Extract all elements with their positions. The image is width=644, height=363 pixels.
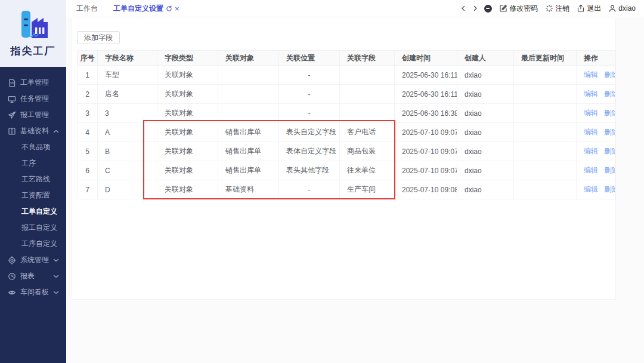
table-cell-actions: 编辑删除 (577, 66, 615, 85)
sidebar-item-label: 任务管理 (20, 94, 49, 104)
sidebar-subitem[interactable]: 报工自定义 (0, 220, 66, 236)
sidebar-item-label: 工单管理 (20, 78, 49, 88)
sidebar-subitem-label: 工序自定义 (21, 239, 57, 249)
sidebar-item-label: 车间看板 (20, 287, 49, 297)
sidebar-item[interactable]: 工单管理 (0, 75, 66, 91)
sidebar-menu: 工单管理任务管理报工管理基础资料不良品项工序工艺路线工资配置工单自定义报工自定义… (0, 67, 66, 300)
topbar-actions: 修改密码注销退出dxiao (454, 4, 636, 14)
delete-link[interactable]: 删除 (604, 128, 615, 136)
add-field-button[interactable]: 添加字段 (77, 31, 120, 44)
sidebar-item[interactable]: 报表 (0, 268, 66, 284)
sidebar-item-label: 报工管理 (20, 110, 49, 120)
edit-link[interactable]: 编辑 (584, 147, 598, 155)
table-cell: 车型 (98, 66, 157, 85)
sidebar-subitem[interactable]: 工资配置 (0, 187, 66, 204)
sidebar-subitem[interactable]: 工单自定义 (0, 204, 66, 220)
tab-workbench[interactable]: 工作台 (76, 4, 98, 14)
delete-link[interactable]: 删除 (604, 109, 615, 117)
sidebar-item-label: 报表 (20, 271, 35, 281)
table-cell-actions: 编辑删除 (577, 104, 615, 123)
column-header: 关联对象 (218, 51, 279, 66)
sidebar-item-label: 系统管理 (20, 255, 49, 265)
refresh-icon[interactable] (166, 5, 172, 12)
table-cell: 2025-06-30 16:38:28 (395, 104, 457, 123)
chevron-left-icon[interactable] (460, 5, 466, 11)
table-cell (218, 85, 279, 104)
sidebar-item-label: 基础资料 (20, 126, 49, 136)
delete-link[interactable]: 删除 (604, 147, 615, 155)
table-cell: 5 (78, 142, 98, 161)
table-cell: - (279, 104, 340, 123)
edit-icon (499, 4, 507, 13)
table-cell: A (98, 123, 157, 142)
tab-workorder-custom-settings[interactable]: 工单自定义设置 × (113, 4, 179, 14)
topbar-action[interactable]: dxiao (608, 4, 636, 13)
table-cell: dxiao (457, 161, 514, 180)
table-cell: - (279, 66, 340, 85)
table-cell-actions: 编辑删除 (577, 85, 615, 104)
table-cell-actions: 编辑删除 (577, 123, 615, 142)
table-cell: 关联对象 (157, 142, 218, 161)
sidebar-subitem[interactable]: 工艺路线 (0, 171, 66, 187)
table-cell: 关联对象 (157, 104, 218, 123)
sidebar-subitem[interactable]: 工序 (0, 155, 66, 171)
sidebar-subitem-label: 工单自定义 (21, 207, 57, 217)
sidebar-item[interactable]: 报工管理 (0, 107, 66, 123)
custom-fields-table: 序号字段名称字段类型关联对象关联位置关联字段创建时间创建人最后更新时间操作 1车… (77, 50, 615, 199)
table-cell: 表体自定义字段 (279, 142, 340, 161)
topbar-action[interactable]: 注销 (545, 4, 569, 14)
delete-link[interactable]: 删除 (604, 70, 615, 79)
chevron-right-icon[interactable] (472, 5, 478, 11)
close-icon[interactable]: × (175, 5, 179, 13)
edit-link[interactable]: 编辑 (584, 166, 598, 174)
table-cell: 1 (78, 66, 98, 85)
table-row: 5B关联对象销售出库单表体自定义字段商品包装2025-07-10 09:07:2… (78, 142, 615, 161)
table-cell: D (98, 180, 157, 199)
table-cell: dxiao (457, 180, 514, 199)
app-root: 指尖工厂 工单管理任务管理报工管理基础资料不良品项工序工艺路线工资配置工单自定义… (0, 0, 644, 363)
column-header: 创建人 (457, 51, 514, 66)
sidebar-item[interactable]: 车间看板 (0, 284, 66, 300)
table-cell: 2025-06-30 16:11:28 (395, 66, 457, 85)
sidebar-item[interactable]: 任务管理 (0, 91, 66, 107)
table-cell (514, 66, 577, 85)
table-cell: 2025-07-10 09:07:24 (395, 142, 457, 161)
edit-link[interactable]: 编辑 (584, 90, 598, 98)
chevron-down-icon (52, 272, 60, 281)
table-cell: 销售出库单 (218, 123, 279, 142)
clock-icon (8, 272, 16, 281)
edit-link[interactable]: 编辑 (584, 128, 598, 136)
delete-link[interactable]: 删除 (604, 90, 615, 98)
table-card: 添加字段 序号字段名称字段类型关联对象关联位置关联字段创建时间创建人最后更新时间… (72, 18, 616, 300)
edit-link[interactable]: 编辑 (584, 70, 598, 79)
table-cell: dxiao (457, 142, 514, 161)
topbar-action[interactable]: 退出 (577, 4, 601, 14)
table-cell: 基础资料 (218, 180, 279, 199)
delete-link[interactable]: 删除 (604, 166, 615, 174)
table-cell (218, 66, 279, 85)
table-cell: 关联对象 (157, 180, 218, 199)
edit-link[interactable]: 编辑 (584, 185, 598, 193)
edit-link[interactable]: 编辑 (584, 109, 598, 117)
topbar-action[interactable]: 修改密码 (499, 4, 538, 14)
table-cell: - (279, 180, 340, 199)
user-icon (608, 4, 617, 13)
chevron-up-icon (52, 127, 60, 136)
table-cell: 2025-07-10 09:07:01 (395, 123, 457, 142)
sidebar-subitem-label: 报工自定义 (21, 223, 57, 233)
table-cell: 2025-07-10 09:07:38 (395, 161, 457, 180)
delete-link[interactable]: 删除 (604, 185, 615, 193)
sidebar-item[interactable]: 系统管理 (0, 252, 66, 268)
sidebar-subitem[interactable]: 不良品项 (0, 139, 66, 155)
table-cell (514, 142, 577, 161)
table-cell: 商品包装 (340, 142, 395, 161)
table-cell-actions: 编辑删除 (577, 180, 615, 199)
table-cell (218, 104, 279, 123)
dark-circle-icon[interactable] (484, 5, 492, 13)
gear-icon (8, 256, 16, 264)
factory-icon (16, 10, 51, 42)
table-cell: 6 (78, 161, 98, 180)
sidebar-item[interactable]: 基础资料 (0, 123, 66, 139)
sidebar-subitem[interactable]: 工序自定义 (0, 236, 66, 252)
column-header: 关联位置 (279, 51, 340, 66)
